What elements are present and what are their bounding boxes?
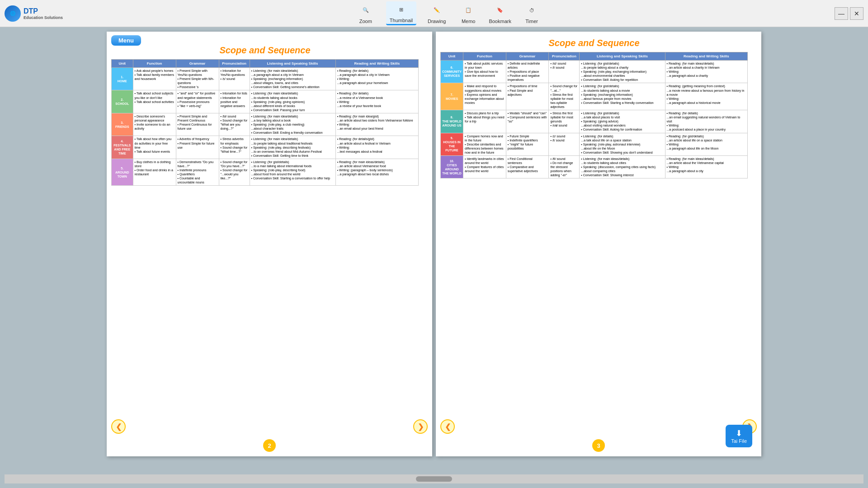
- prev-page-right-button[interactable]: ❮: [440, 419, 455, 434]
- reading_writing-cell: • Reading: (for main ideas/details)...an…: [335, 159, 418, 186]
- listening_speaking-cell: • Listening: (for main idea/details)...t…: [250, 90, 335, 113]
- toolbar-memo[interactable]: 📋 Memo: [457, 3, 480, 24]
- function-cell: • Compare homes now and in the future• D…: [463, 133, 506, 155]
- listening_speaking-cell: • Listening: (for gist/details)...a talk…: [580, 110, 665, 133]
- toolbar-zoom[interactable]: 🔍 Zoom: [354, 3, 377, 24]
- reading_writing-cell: • Reading: (for main ideas/details)...an…: [665, 155, 747, 178]
- scroll-thumb: [416, 476, 452, 482]
- col-grammar: Grammar: [176, 60, 219, 68]
- function-cell: • Describe someone's personal appearance…: [133, 113, 176, 136]
- left-scope-table: Unit Function Grammar Pronunciation List…: [111, 59, 419, 186]
- next-page-left-button[interactable]: ❯: [413, 419, 428, 434]
- listening_speaking-cell: • Listening: (for details)...a talk abou…: [580, 133, 665, 155]
- logo-icon: 🌐: [5, 5, 21, 22]
- grammar-cell: • Definite and indefinite articles• Prep…: [506, 61, 549, 83]
- pronunciation-cell: • Stress adverbs for emphasis• Sound cha…: [219, 136, 250, 159]
- grammar-cell: • Adverbs of frequency• Present Simple f…: [176, 136, 219, 159]
- col-pronunciation: Pronunciation: [219, 60, 250, 68]
- reading_writing-cell: • Reading: (for details)...a review of a…: [335, 90, 418, 113]
- col-reading: Reading and Writing Skills: [335, 60, 418, 68]
- logo: 🌐 DTP Education Solutions: [5, 5, 63, 22]
- memo-icon: 📋: [461, 3, 476, 18]
- minimize-button[interactable]: —: [835, 7, 848, 20]
- unit-cell: 4.FESTIVALS AND FREE TIME: [112, 136, 133, 159]
- function-cell: • Talk about school subjects you like or…: [133, 90, 176, 113]
- toolbar-drawing[interactable]: ✏️ Drawing: [425, 3, 448, 24]
- reading_writing-cell: • Reading: (for details)...a paragraph a…: [335, 68, 418, 90]
- unit-cell: 5.AROUND TOWN: [112, 159, 133, 186]
- memo-label: Memo: [462, 19, 476, 24]
- thumbnail-icon: ⊞: [394, 2, 408, 17]
- pronunciation-cell: • Intonation for Yes/No questions• /ɪ/ s…: [219, 68, 250, 90]
- document-viewer: Menu Scope and Sequence Unit Function Gr…: [5, 32, 863, 473]
- grammar-cell: • First Conditional sentences• Comparati…: [506, 155, 549, 178]
- bookmark-label: Bookmark: [489, 19, 511, 24]
- function-cell: • Identify landmarks in cities around th…: [463, 155, 506, 178]
- toolbar-bookmark[interactable]: 🔖 Bookmark: [489, 3, 511, 24]
- col-listening-r: Listening and Speaking Skills: [580, 52, 665, 61]
- unit-cell: 6.COMMUNITY SERVICES: [441, 61, 463, 83]
- table-row: 7.MOVIES• Make and respond to suggestion…: [441, 83, 748, 110]
- right-page: Scope and Sequence Unit Function Grammar…: [436, 32, 761, 456]
- col-unit: Unit: [112, 60, 133, 68]
- reading_writing-cell: • Reading: (for main ideas/details)...an…: [665, 61, 747, 83]
- left-page: Menu Scope and Sequence Unit Function Gr…: [107, 32, 432, 456]
- pronunciation-cell: • /θ/ sound• Do not change the stressed …: [549, 155, 580, 178]
- grammar-cell: • Present Simple with Yes/No questions• …: [176, 68, 219, 90]
- right-scope-table: Unit Function Grammar Pronunciation List…: [440, 52, 748, 178]
- logo-subtitle: Education Solutions: [24, 15, 63, 20]
- pronunciation-cell: • Sound change for "...at..."• Stress th…: [549, 83, 580, 110]
- listening_speaking-cell: • Listening: (for gist/details)...to stu…: [580, 83, 665, 110]
- bookmark-icon: 🔖: [493, 3, 507, 18]
- main-area: Menu Scope and Sequence Unit Function Gr…: [0, 27, 868, 488]
- thumbnail-label: Thumbnail: [390, 18, 413, 23]
- table-row: 9.HOUSES IN THE FUTURE• Compare homes no…: [441, 133, 748, 155]
- col-function-r: Function: [463, 52, 506, 61]
- grammar-cell: • "and" and "or" for positive and negati…: [176, 90, 219, 113]
- zoom-label: Zoom: [359, 19, 372, 24]
- drawing-icon: ✏️: [429, 3, 444, 18]
- table-row: 2.SCHOOL• Talk about school subjects you…: [112, 90, 419, 113]
- grammar-cell: • Present Simple and Present Continuous•…: [176, 113, 219, 136]
- col-function: Function: [133, 60, 176, 68]
- table-row: 10.CITIES AROUND THE WORLD• Identify lan…: [441, 155, 748, 178]
- reading_writing-cell: • Reading: (for details)...an email sugg…: [665, 110, 747, 133]
- close-button[interactable]: ✕: [850, 7, 863, 20]
- col-reading-r: Reading and Writing Skills: [665, 52, 747, 61]
- function-cell: • Talk about how often you do activities…: [133, 136, 176, 159]
- toolbar-thumbnail[interactable]: ⊞ Thumbnail: [386, 1, 416, 25]
- col-listening: Listening and Speaking Skills: [250, 60, 335, 68]
- bottom-scrollbar[interactable]: [5, 474, 863, 483]
- listening_speaking-cell: • Listening: (for main idea/details)...a…: [250, 113, 335, 136]
- pronunciation-cell: • /z/ sound• /t/ sound: [549, 133, 580, 155]
- pronunciation-cell: • Sound change for "Do you have...?"• So…: [219, 159, 250, 186]
- unit-cell: 9.HOUSES IN THE FUTURE: [441, 133, 463, 155]
- table-row: 8.THE WORLD AROUND US• Discuss plans for…: [441, 110, 748, 133]
- unit-cell: 1.HOME: [112, 68, 133, 90]
- left-page-title: Scope and Sequence: [111, 45, 419, 56]
- listening_speaking-cell: • Listening: (for gist/details)...to peo…: [580, 61, 665, 83]
- right-page-number: 3: [592, 439, 605, 452]
- window-controls: — ✕: [835, 7, 863, 20]
- timer-label: Timer: [525, 19, 538, 24]
- toolbar-timer[interactable]: ⏱ Timer: [520, 3, 543, 24]
- grammar-cell: • Demonstratives "Do you have...?"• Inde…: [176, 159, 219, 186]
- listening_speaking-cell: • Listening: (for main ideas/details)...…: [580, 155, 665, 178]
- table-row: 3.FRIENDS• Describe someone's personal a…: [112, 113, 419, 136]
- grammar-cell: • Future Simple• Indefinite quantifiers•…: [506, 133, 549, 155]
- unit-cell: 3.FRIENDS: [112, 113, 133, 136]
- grammar-cell: • Modals "should" and "can"• Compound se…: [506, 110, 549, 133]
- listening_speaking-cell: • Listening: (for main idea/details)...t…: [250, 136, 335, 159]
- reading_writing-cell: • Reading: (getting meaning from context…: [665, 83, 747, 110]
- reading_writing-cell: • Reading: (for details/gist)...an artic…: [335, 136, 418, 159]
- download-button[interactable]: ⬇ Tai File: [726, 425, 752, 447]
- title-bar: 🌐 DTP Education Solutions 🔍 Zoom ⊞ Thumb…: [0, 0, 868, 27]
- prev-page-button[interactable]: ❮: [111, 419, 126, 434]
- toolbar: 🔍 Zoom ⊞ Thumbnail ✏️ Drawing 📋 Memo 🔖 B…: [63, 1, 835, 25]
- unit-cell: 8.THE WORLD AROUND US: [441, 110, 463, 133]
- pronunciation-cell: • Intonation for lists• Intonation for p…: [219, 90, 250, 113]
- pronunciation-cell: • /bl/ sound• Sound change for "What are…: [219, 113, 250, 136]
- table-row: 4.FESTIVALS AND FREE TIME• Talk about ho…: [112, 136, 419, 159]
- menu-button[interactable]: Menu: [111, 35, 141, 46]
- pronunciation-cell: • /st/ sound• /l/ sound: [549, 61, 580, 83]
